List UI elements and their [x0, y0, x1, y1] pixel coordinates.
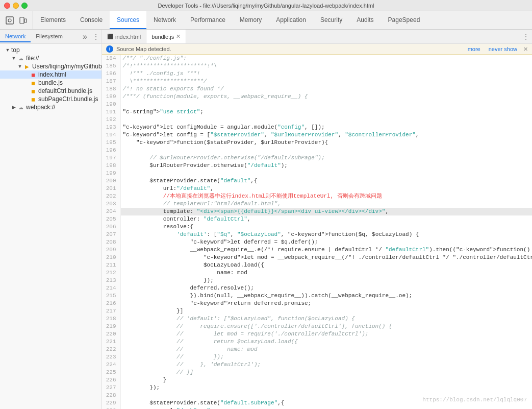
line-content: // let mod = require('./controller/defau…	[120, 330, 532, 338]
line-number[interactable]: 199	[102, 170, 120, 177]
table-row: 216 "c-keyword">return deferred.promise;	[102, 300, 532, 307]
tab-elements[interactable]: Elements	[33, 11, 73, 29]
line-number[interactable]: 218	[102, 315, 120, 323]
line-number[interactable]: 215	[102, 292, 120, 300]
file-tabs-expand-button[interactable]: ⋮	[520, 33, 532, 40]
line-number[interactable]: 208	[102, 238, 120, 246]
sidebar-options-button[interactable]: ⋮	[90, 33, 102, 41]
line-number[interactable]: 223	[102, 353, 120, 361]
source-map-close[interactable]: ✕	[523, 46, 528, 53]
line-number[interactable]: 188	[102, 85, 120, 93]
sidebar-tabs: Network Filesystem » ⋮	[0, 30, 102, 44]
line-number[interactable]: 210	[102, 254, 120, 261]
line-content: // });	[120, 353, 532, 361]
tree-item-file-root[interactable]: ▼ ☁ file://	[0, 54, 102, 62]
tab-network[interactable]: Network	[146, 11, 183, 29]
tree-item-top[interactable]: ▼ top	[0, 46, 102, 54]
minimize-button[interactable]	[13, 3, 19, 9]
line-number[interactable]: 203	[102, 200, 120, 208]
line-number[interactable]: 206	[102, 223, 120, 231]
line-number[interactable]: 226	[102, 376, 120, 384]
file-html-icon-1: ◼	[30, 71, 37, 78]
line-number[interactable]: 200	[102, 177, 120, 185]
tab-application[interactable]: Application	[269, 11, 313, 29]
table-row: 198 $urlRouterProvider.otherwise("/defau…	[102, 162, 532, 170]
tree-item-folder1[interactable]: ▼ ▶ Users/liqing/my/myGithub	[0, 62, 102, 70]
inspect-element-button[interactable]	[4, 15, 15, 26]
line-number[interactable]: 202	[102, 193, 120, 200]
line-number[interactable]: 189	[102, 93, 120, 101]
line-number[interactable]: 207	[102, 231, 120, 238]
line-number[interactable]: 195	[102, 139, 120, 147]
tab-memory[interactable]: Memory	[233, 11, 269, 29]
sidebar-tab-network[interactable]: Network	[0, 31, 31, 42]
line-number[interactable]: 220	[102, 330, 120, 338]
tab-audits[interactable]: Audits	[349, 11, 381, 29]
line-number[interactable]: 196	[102, 147, 120, 154]
line-number[interactable]: 193	[102, 124, 120, 131]
table-row: 197 // $urlRouterProvider.otherwise("/de…	[102, 154, 532, 162]
toggle-device-button[interactable]	[17, 15, 29, 26]
line-number[interactable]: 229	[102, 399, 120, 407]
tree-item-webpack[interactable]: ▶ ☁ webpack://	[0, 103, 102, 111]
folder-icon-1: ▶	[23, 63, 31, 70]
table-row: 222 // name: mod	[102, 346, 532, 353]
line-number[interactable]: 192	[102, 116, 120, 124]
line-number[interactable]: 201	[102, 185, 120, 193]
line-number[interactable]: 221	[102, 338, 120, 346]
file-tab-bundle-js[interactable]: bundle.js ✕	[146, 30, 186, 43]
tab-security[interactable]: Security	[313, 11, 349, 29]
tab-sources[interactable]: Sources	[110, 11, 146, 29]
source-map-more-link[interactable]: more	[468, 46, 480, 52]
tab-console[interactable]: Console	[73, 11, 110, 29]
tab-pagespeed[interactable]: PageSpeed	[381, 11, 427, 29]
source-map-never-show-link[interactable]: never show	[489, 46, 517, 52]
tree-item-index-html[interactable]: ▶ ◼ index.html	[0, 70, 102, 79]
line-number[interactable]: 185	[102, 62, 120, 70]
table-row: 206 resolve:{	[102, 223, 532, 231]
line-number[interactable]: 212	[102, 269, 120, 277]
line-number[interactable]: 209	[102, 246, 120, 254]
line-number[interactable]: 219	[102, 323, 120, 330]
line-number[interactable]: 213	[102, 277, 120, 284]
line-number[interactable]: 194	[102, 131, 120, 139]
maximize-button[interactable]	[21, 3, 28, 9]
table-row: 217 }]	[102, 307, 532, 315]
line-number[interactable]: 222	[102, 346, 120, 353]
line-number[interactable]: 205	[102, 215, 120, 223]
tree-item-bundle-js[interactable]: ▶ ◼ bundle.js	[0, 79, 102, 87]
line-number[interactable]: 214	[102, 284, 120, 292]
table-row: 205 controller: "defaultCtrl",	[102, 215, 532, 223]
line-number[interactable]: 217	[102, 307, 120, 315]
code-area[interactable]: 184/**/ "./config.js":185/*!************…	[102, 55, 532, 409]
line-number[interactable]: 228	[102, 392, 120, 399]
line-number[interactable]: 211	[102, 261, 120, 269]
line-content: });	[120, 277, 532, 284]
close-tab-bundle[interactable]: ✕	[176, 33, 181, 40]
line-number[interactable]: 187	[102, 78, 120, 85]
line-number[interactable]: 198	[102, 162, 120, 170]
line-number[interactable]: 191	[102, 108, 120, 116]
line-number[interactable]: 197	[102, 154, 120, 162]
line-number[interactable]: 225	[102, 369, 120, 376]
line-number[interactable]: 216	[102, 300, 120, 307]
line-number[interactable]: 230	[102, 407, 120, 409]
line-content: /**/ "./config.js":	[120, 55, 532, 62]
cloud-icon-webpack: ☁	[17, 104, 24, 111]
line-number[interactable]: 184	[102, 55, 120, 62]
table-row: 226 }	[102, 376, 532, 384]
close-button[interactable]	[4, 3, 10, 9]
sidebar-more-button[interactable]: »	[80, 32, 90, 41]
line-number[interactable]: 190	[102, 101, 120, 108]
line-number[interactable]: 186	[102, 70, 120, 78]
line-number[interactable]: 204	[102, 208, 120, 215]
tree-item-subpagectrl-bundle[interactable]: ▶ ◼ subPageCtrl.bundle.js	[0, 95, 102, 103]
sidebar-tab-filesystem[interactable]: Filesystem	[31, 31, 68, 42]
line-content	[120, 101, 532, 108]
line-number[interactable]: 227	[102, 384, 120, 392]
file-tab-index-html[interactable]: ⬛ index.html	[102, 30, 146, 43]
table-row: 207 'default': ["$q", "$ocLazyLoad", "c-…	[102, 231, 532, 238]
tab-performance[interactable]: Performance	[183, 11, 233, 29]
line-number[interactable]: 224	[102, 361, 120, 369]
tree-item-defaultctrl-bundle[interactable]: ▶ ◼ defaultCtrl.bundle.js	[0, 87, 102, 95]
